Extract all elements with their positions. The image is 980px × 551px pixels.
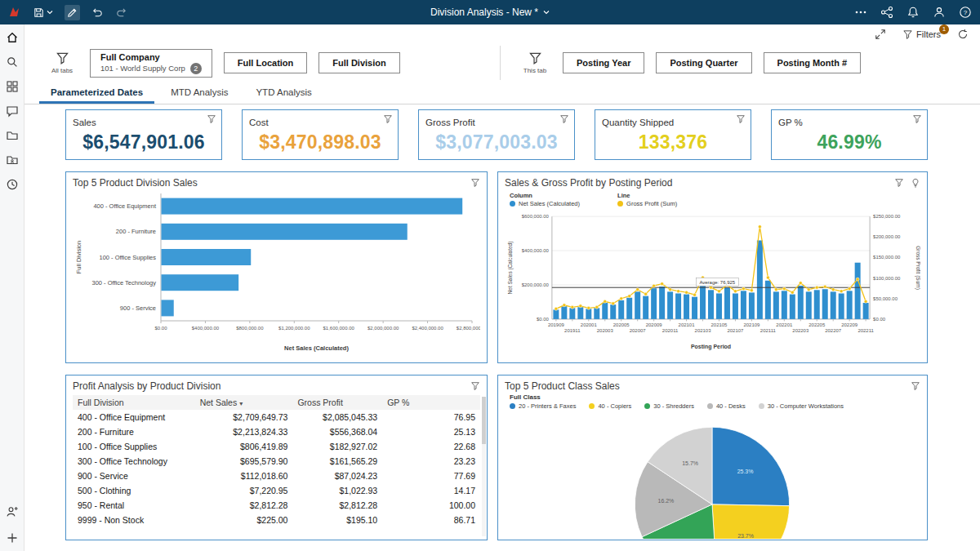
- bar-300 - Office Technology[interactable]: [162, 274, 239, 291]
- marker-202204[interactable]: [807, 288, 810, 291]
- filter-funnel-icon[interactable]: [207, 114, 216, 124]
- recent-clock-icon[interactable]: [6, 178, 19, 191]
- marker-202108[interactable]: [742, 287, 745, 291]
- filter-chip-full-company[interactable]: Full Company 101 - World Supply Corp2: [90, 49, 212, 78]
- column-202108[interactable]: [741, 291, 746, 319]
- marker-202012[interactable]: [677, 290, 680, 293]
- column-202204[interactable]: [806, 291, 812, 319]
- column-202006[interactable]: [626, 298, 632, 319]
- marker-202105[interactable]: [717, 290, 720, 293]
- column-202203[interactable]: [798, 286, 804, 319]
- column-header[interactable]: GP %: [382, 395, 480, 410]
- tab-mtd-analysis[interactable]: MTD Analysis: [159, 84, 239, 104]
- column-202106[interactable]: [724, 287, 730, 319]
- column-202008[interactable]: [643, 296, 648, 319]
- marker-201912[interactable]: [579, 304, 582, 308]
- kpi-card-cost[interactable]: Cost $3,470,898.03: [242, 109, 399, 160]
- document-title-dropdown[interactable]: Division Analysis - New *: [430, 7, 550, 18]
- column-202003[interactable]: [602, 303, 608, 319]
- marker-202101[interactable]: [685, 291, 688, 294]
- table-row[interactable]: 300 - Office Technology$695,579.90$161,5…: [73, 454, 480, 469]
- all-tabs-filter-group[interactable]: All tabs: [46, 51, 78, 74]
- search-icon[interactable]: [6, 56, 19, 69]
- table-scrollbar[interactable]: [482, 397, 486, 536]
- legend-item-computer-workstations[interactable]: 30 - Computer Workstations: [759, 402, 844, 410]
- legend-item-gross-profit[interactable]: Gross Profit (Sum): [617, 200, 677, 207]
- filter-funnel-icon[interactable]: [736, 114, 746, 124]
- column-202110[interactable]: [757, 240, 763, 318]
- column-202205[interactable]: [814, 290, 820, 319]
- column-header[interactable]: Full Division: [73, 395, 195, 410]
- column-header-sorted[interactable]: Net Sales ▾: [195, 395, 293, 410]
- bar-400 - Office Equipment[interactable]: [162, 198, 463, 215]
- team-content-folder-icon[interactable]: [6, 153, 19, 167]
- table-row[interactable]: 100 - Office Supplies$806,419.89$182,927…: [73, 439, 480, 454]
- table-row[interactable]: 950 - Rental$2,812.28$2,812.28100.00: [73, 498, 480, 513]
- column-202012[interactable]: [675, 293, 681, 318]
- bar-100 - Office Supplies[interactable]: [162, 249, 252, 265]
- column-202202[interactable]: [790, 295, 795, 319]
- expand-icon[interactable]: [875, 29, 886, 40]
- save-button[interactable]: [33, 7, 53, 19]
- pie-slice-20 - Printers & Faxes[interactable]: [712, 427, 790, 505]
- legend-item-desks[interactable]: 40 - Desks: [707, 402, 746, 410]
- column-202201[interactable]: [782, 291, 787, 319]
- marker-202206[interactable]: [823, 285, 826, 288]
- marker-202004[interactable]: [612, 302, 615, 305]
- filter-chip-full-location[interactable]: Full Location: [224, 52, 307, 73]
- marker-202104[interactable]: [710, 286, 713, 289]
- manage-people-icon[interactable]: [6, 505, 19, 518]
- marker-202201[interactable]: [782, 287, 786, 291]
- marker-202010[interactable]: [661, 282, 664, 286]
- column-202002[interactable]: [594, 308, 599, 319]
- tab-parameterized-dates[interactable]: Parameterized Dates: [39, 84, 154, 104]
- filter-funnel-icon[interactable]: [911, 381, 920, 391]
- marker-202109[interactable]: [750, 289, 753, 292]
- column-202011[interactable]: [667, 291, 673, 319]
- kpi-card-gp-percent[interactable]: GP % 46.99%: [771, 109, 928, 160]
- filter-chip-posting-quarter[interactable]: Posting Quarter: [656, 52, 751, 73]
- new-plus-icon[interactable]: [6, 531, 19, 544]
- notifications-bell-icon[interactable]: [906, 6, 920, 19]
- column-header[interactable]: Gross Profit: [292, 395, 382, 410]
- column-202208[interactable]: [839, 293, 844, 318]
- assistant-chat-icon[interactable]: [6, 104, 19, 118]
- marker-202111[interactable]: [766, 276, 769, 279]
- column-202112[interactable]: [773, 291, 779, 319]
- table-row[interactable]: 900 - Service$112,018.60$87,024.2377.69: [73, 469, 480, 483]
- column-202103[interactable]: [700, 281, 706, 319]
- column-202102[interactable]: [692, 297, 697, 319]
- legend-item-net-sales[interactable]: Net Sales (Calculated): [510, 200, 580, 207]
- home-icon[interactable]: [6, 31, 19, 44]
- marker-201909[interactable]: [555, 307, 558, 310]
- filter-funnel-icon[interactable]: [559, 114, 569, 124]
- filters-button[interactable]: Filters 1: [902, 29, 941, 40]
- marker-202211[interactable]: [864, 300, 867, 303]
- marker-202008[interactable]: [644, 292, 648, 295]
- marker-202011[interactable]: [669, 288, 672, 291]
- marker-202208[interactable]: [840, 290, 843, 293]
- table-row[interactable]: 500 - Clothing$7,220.95$1,022.9314.17: [73, 483, 480, 498]
- column-202207[interactable]: [831, 291, 836, 319]
- column-201910[interactable]: [561, 306, 567, 319]
- column-202111[interactable]: [765, 281, 771, 319]
- column-202101[interactable]: [684, 295, 689, 319]
- filter-funnel-icon[interactable]: [470, 178, 480, 188]
- kpi-card-sales[interactable]: Sales $6,547,901.06: [65, 109, 222, 160]
- edit-button[interactable]: [65, 5, 80, 20]
- column-202209[interactable]: [847, 291, 853, 319]
- column-202211[interactable]: [863, 303, 869, 319]
- legend-item-shredders[interactable]: 30 - Shredders: [644, 402, 694, 410]
- marker-202203[interactable]: [799, 282, 802, 285]
- bar-200 - Furniture[interactable]: [162, 224, 408, 240]
- filter-funnel-icon[interactable]: [894, 178, 904, 188]
- filter-chip-posting-year[interactable]: Posting Year: [563, 52, 644, 73]
- marker-202205[interactable]: [815, 286, 818, 289]
- marker-202005[interactable]: [620, 297, 623, 300]
- marker-201911[interactable]: [571, 305, 574, 309]
- marker-202006[interactable]: [628, 295, 631, 298]
- column-201912[interactable]: [577, 307, 583, 319]
- column-202005[interactable]: [618, 300, 624, 319]
- column-202007[interactable]: [635, 291, 640, 319]
- tab-ytd-analysis[interactable]: YTD Analysis: [244, 84, 323, 104]
